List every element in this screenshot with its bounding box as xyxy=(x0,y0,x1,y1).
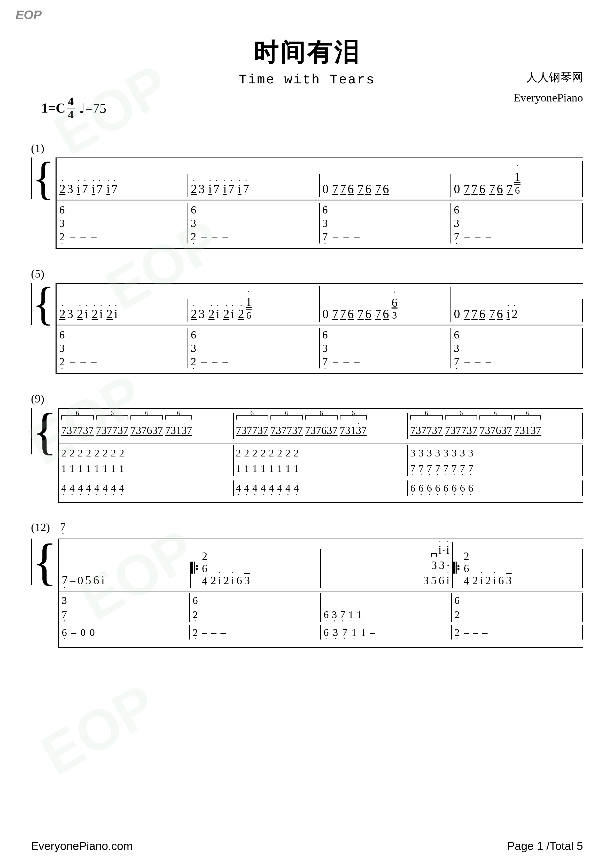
note: 3 xyxy=(59,217,65,229)
note: – xyxy=(212,231,218,243)
section-1: (1) { 2 3 i 7 xyxy=(31,142,583,249)
section-5-label: (5) xyxy=(31,267,583,281)
note: 3 xyxy=(199,182,205,196)
note: 2 xyxy=(61,447,66,459)
note: 7· xyxy=(410,462,415,474)
note: 2 xyxy=(103,447,108,459)
note: 6· xyxy=(443,482,448,494)
note: i xyxy=(438,543,442,556)
note: i xyxy=(480,574,483,587)
note: 3 xyxy=(191,342,196,355)
sext-group-1: 6 737737 xyxy=(61,424,94,437)
note: – xyxy=(354,231,359,243)
note: 4· xyxy=(285,482,291,494)
note: 7 xyxy=(471,307,477,321)
note: 6· xyxy=(410,482,415,494)
note: 7· xyxy=(60,521,65,533)
bass-staff-5: 6 6 6 6 3 xyxy=(57,325,583,374)
note: 2 xyxy=(78,447,83,459)
note: 0 xyxy=(322,307,329,321)
note: 7 xyxy=(358,307,364,321)
note: – xyxy=(333,231,338,243)
note: 6 xyxy=(454,329,459,341)
note: 1 xyxy=(294,462,299,474)
note: 3 xyxy=(67,182,73,196)
note: i xyxy=(507,307,510,321)
note: 7· xyxy=(460,462,465,474)
note: – xyxy=(70,574,75,587)
note: – xyxy=(91,231,96,243)
note: 7 xyxy=(332,307,338,321)
section-5: (5) { 2 3 2 i 2 xyxy=(31,267,583,374)
note: 4· xyxy=(78,482,83,494)
note: 1· xyxy=(351,626,357,639)
note: 4· xyxy=(236,482,241,494)
note: 7 xyxy=(507,182,513,196)
note: 6 xyxy=(59,204,65,216)
bass-staff-9: 2222 2222 2222 2222 3333 3333 xyxy=(59,443,583,503)
note: 3 xyxy=(439,559,445,572)
note: 7 xyxy=(213,182,219,196)
note: 2 xyxy=(202,550,207,562)
note: 2 xyxy=(111,447,116,459)
note: i xyxy=(446,543,449,556)
note: 7 xyxy=(82,182,88,196)
note: 6· xyxy=(324,626,329,639)
note: i xyxy=(223,182,227,196)
note: 0 xyxy=(78,574,83,587)
note: – xyxy=(70,355,75,368)
note: 737637 xyxy=(131,424,163,437)
note: 7 xyxy=(340,307,346,321)
note: 4· xyxy=(61,482,66,494)
note: – xyxy=(354,355,359,368)
note: i xyxy=(216,307,219,321)
bass-staff-1: 6 6 6 6 xyxy=(57,200,583,249)
note: – xyxy=(223,355,228,368)
note: 2 xyxy=(294,447,299,459)
note: 737737 xyxy=(236,424,268,437)
note: 2 xyxy=(191,182,197,196)
note: i xyxy=(231,574,234,587)
note: 4· xyxy=(269,482,274,494)
note: 2 xyxy=(59,182,65,196)
note: 6 xyxy=(236,574,242,587)
note: 6 xyxy=(191,204,196,216)
note: – xyxy=(202,231,207,243)
note: 0 xyxy=(90,626,95,639)
note: i xyxy=(208,182,212,196)
note: 737737 xyxy=(445,424,477,437)
note: 3 xyxy=(322,342,328,355)
note: 2 xyxy=(269,447,274,459)
note: · 6 3 xyxy=(392,288,398,321)
note: 1 xyxy=(361,626,366,639)
section-12-label: (12) xyxy=(31,521,50,534)
note: 2 xyxy=(59,231,65,243)
note: – xyxy=(473,626,478,639)
note: 6 xyxy=(454,204,459,216)
note: 3 xyxy=(460,447,465,459)
note: 6 xyxy=(464,562,469,575)
note: 4· xyxy=(70,482,75,494)
note: – xyxy=(486,231,491,243)
section-9: (9) { xyxy=(31,392,583,503)
sext-group-3: 6 737637 xyxy=(131,424,163,437)
note: 737737 xyxy=(61,424,94,437)
note: – xyxy=(212,355,218,368)
header: 时间有泪 Time with Tears xyxy=(31,36,583,88)
note: 7· xyxy=(62,574,68,587)
note: 3 xyxy=(452,447,457,459)
note: 6 xyxy=(383,307,389,321)
note: 7 xyxy=(340,182,346,196)
note: 6 xyxy=(348,307,354,321)
note: – xyxy=(370,626,375,639)
note: 7· xyxy=(322,355,328,368)
tempo-info: 1=C 4 4 ♩=75 xyxy=(31,95,583,121)
note: 1 xyxy=(236,462,241,474)
footer-right: Page 1 /Total 5 xyxy=(507,840,583,852)
note: 1 xyxy=(61,462,66,474)
note: 2 xyxy=(92,307,98,321)
note: 3 xyxy=(322,217,328,229)
note: 4 xyxy=(464,575,469,587)
note: 6 xyxy=(438,574,444,587)
note: 7· xyxy=(468,462,473,474)
